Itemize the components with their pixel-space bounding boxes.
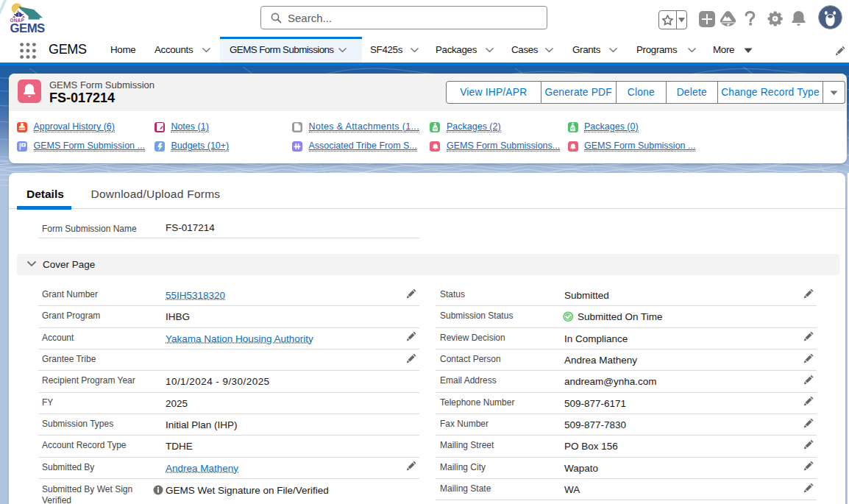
svg-text:$: $ xyxy=(572,127,574,130)
svg-text:$: $ xyxy=(434,127,436,130)
svg-text:GEMS: GEMS xyxy=(10,21,45,35)
